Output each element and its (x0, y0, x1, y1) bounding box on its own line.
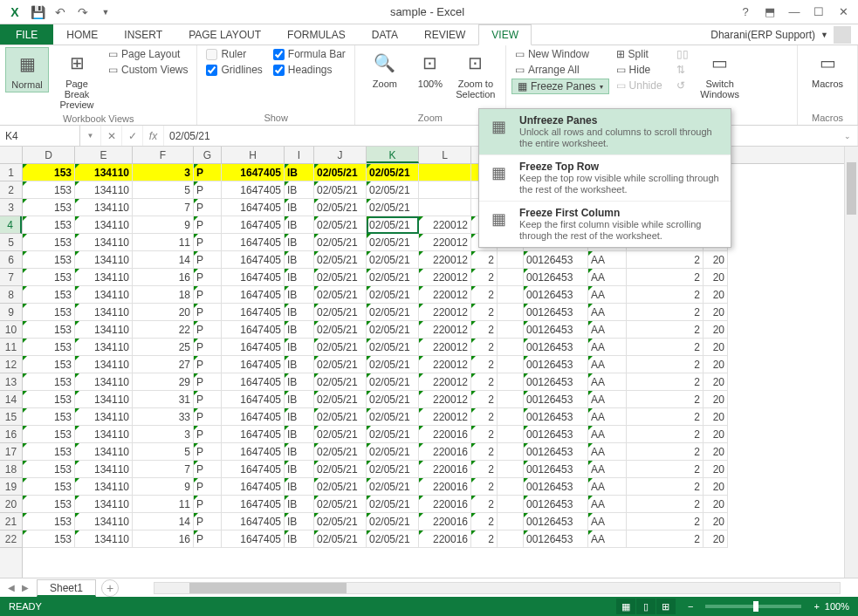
cell-H12[interactable]: 1647405 (222, 356, 285, 373)
cell-D16[interactable]: 153 (23, 426, 75, 443)
cell-Q18[interactable]: 2 (627, 461, 704, 478)
zoom-100-button[interactable]: ⊡ 100% (413, 47, 448, 91)
formula-bar-checkbox[interactable]: Formula Bar (270, 47, 349, 61)
cell-H16[interactable]: 1647405 (222, 426, 285, 443)
cell-K20[interactable]: 02/05/21 (367, 496, 419, 513)
freeze-first-col-item[interactable]: ▦ Freeze First Column Keep the first col… (479, 202, 731, 247)
cell-J20[interactable]: 02/05/21 (314, 496, 367, 513)
cell-I13[interactable]: IB (285, 373, 314, 391)
horizontal-scrollbar[interactable] (154, 582, 841, 594)
page-break-preview-button[interactable]: ⊞ Page Break Preview (52, 47, 101, 112)
cell-I5[interactable]: IB (285, 234, 314, 251)
cell-P12[interactable]: AA (588, 356, 627, 373)
cell-P10[interactable]: AA (588, 321, 627, 339)
cell-K6[interactable]: 02/05/21 (367, 251, 419, 269)
cell-K5[interactable]: 02/05/21 (367, 234, 419, 251)
cell-G11[interactable]: P (194, 339, 222, 356)
row-header-22[interactable]: 22 (0, 530, 22, 548)
cell-E21[interactable]: 134110 (75, 513, 133, 530)
cell-L1[interactable] (419, 164, 471, 181)
col-header-D[interactable]: D (23, 147, 75, 163)
cell-J21[interactable]: 02/05/21 (314, 513, 367, 530)
cell-G4[interactable]: P (194, 216, 222, 234)
cell-N22[interactable] (498, 530, 524, 548)
cell-N19[interactable] (498, 478, 524, 496)
cell-I6[interactable]: IB (285, 251, 314, 269)
cell-F10[interactable]: 22 (133, 321, 194, 339)
cell-I1[interactable]: IB (285, 164, 314, 181)
cell-G20[interactable]: P (194, 496, 222, 513)
sheet-nav-next-icon[interactable]: ▶ (19, 582, 31, 594)
cell-L5[interactable]: 220012 (419, 234, 471, 251)
cell-P14[interactable]: AA (588, 391, 627, 408)
cell-L19[interactable]: 220016 (419, 478, 471, 496)
cell-F21[interactable]: 14 (133, 513, 194, 530)
cell-O6[interactable]: 00126453 (524, 251, 588, 269)
cell-P18[interactable]: AA (588, 461, 627, 478)
col-header-J[interactable]: J (314, 147, 367, 163)
cell-J4[interactable]: 02/05/21 (314, 216, 367, 234)
cell-K2[interactable]: 02/05/21 (367, 181, 419, 199)
cell-R7[interactable]: 20 (704, 269, 728, 286)
cell-H22[interactable]: 1647405 (222, 530, 285, 548)
cell-Q11[interactable]: 2 (627, 339, 704, 356)
cell-R15[interactable]: 20 (704, 408, 728, 426)
fx-icon[interactable]: fx (143, 126, 164, 146)
cell-N17[interactable] (498, 443, 524, 461)
cell-G2[interactable]: P (194, 181, 222, 199)
cell-H18[interactable]: 1647405 (222, 461, 285, 478)
cell-L20[interactable]: 220016 (419, 496, 471, 513)
cell-L3[interactable] (419, 199, 471, 216)
cell-G6[interactable]: P (194, 251, 222, 269)
cell-I22[interactable]: IB (285, 530, 314, 548)
user-dropdown-icon[interactable]: ▼ (820, 31, 828, 39)
cell-I4[interactable]: IB (285, 216, 314, 234)
cell-F1[interactable]: 3 (133, 164, 194, 181)
freeze-top-row-item[interactable]: ▦ Freeze Top Row Keep the top row visibl… (479, 155, 731, 202)
page-layout-view-icon[interactable]: ▯ (636, 599, 656, 614)
cell-H15[interactable]: 1647405 (222, 408, 285, 426)
cell-N18[interactable] (498, 461, 524, 478)
unhide-button[interactable]: ▭Unhide (613, 79, 666, 92)
cell-I12[interactable]: IB (285, 356, 314, 373)
cell-H21[interactable]: 1647405 (222, 513, 285, 530)
cell-N21[interactable] (498, 513, 524, 530)
cell-D17[interactable]: 153 (23, 443, 75, 461)
cell-P6[interactable]: AA (588, 251, 627, 269)
cell-E19[interactable]: 134110 (75, 478, 133, 496)
cell-E22[interactable]: 134110 (75, 530, 133, 548)
cell-Q16[interactable]: 2 (627, 426, 704, 443)
cell-G12[interactable]: P (194, 356, 222, 373)
view-side-by-side-button[interactable]: ▯▯ (673, 47, 692, 61)
row-header-3[interactable]: 3 (0, 199, 22, 216)
cell-L10[interactable]: 220012 (419, 321, 471, 339)
cell-P19[interactable]: AA (588, 478, 627, 496)
cell-M12[interactable]: 2 (471, 356, 498, 373)
zoom-out-button[interactable]: − (683, 601, 698, 612)
cell-Q19[interactable]: 2 (627, 478, 704, 496)
row-header-2[interactable]: 2 (0, 181, 22, 199)
cell-O11[interactable]: 00126453 (524, 339, 588, 356)
cell-M14[interactable]: 2 (471, 391, 498, 408)
cell-I2[interactable]: IB (285, 181, 314, 199)
cell-G16[interactable]: P (194, 426, 222, 443)
cell-K15[interactable]: 02/05/21 (367, 408, 419, 426)
row-header-13[interactable]: 13 (0, 373, 22, 391)
cell-H7[interactable]: 1647405 (222, 269, 285, 286)
cell-H5[interactable]: 1647405 (222, 234, 285, 251)
cell-J22[interactable]: 02/05/21 (314, 530, 367, 548)
cell-K17[interactable]: 02/05/21 (367, 443, 419, 461)
cell-H19[interactable]: 1647405 (222, 478, 285, 496)
cell-J15[interactable]: 02/05/21 (314, 408, 367, 426)
cell-H9[interactable]: 1647405 (222, 304, 285, 321)
cell-I3[interactable]: IB (285, 199, 314, 216)
cell-F7[interactable]: 16 (133, 269, 194, 286)
cell-I16[interactable]: IB (285, 426, 314, 443)
cell-R10[interactable]: 20 (704, 321, 728, 339)
cell-K21[interactable]: 02/05/21 (367, 513, 419, 530)
zoom-selection-button[interactable]: ⊡ Zoom to Selection (451, 47, 500, 101)
cell-R13[interactable]: 20 (704, 373, 728, 391)
cell-M22[interactable]: 2 (471, 530, 498, 548)
cell-G19[interactable]: P (194, 478, 222, 496)
cell-N12[interactable] (498, 356, 524, 373)
